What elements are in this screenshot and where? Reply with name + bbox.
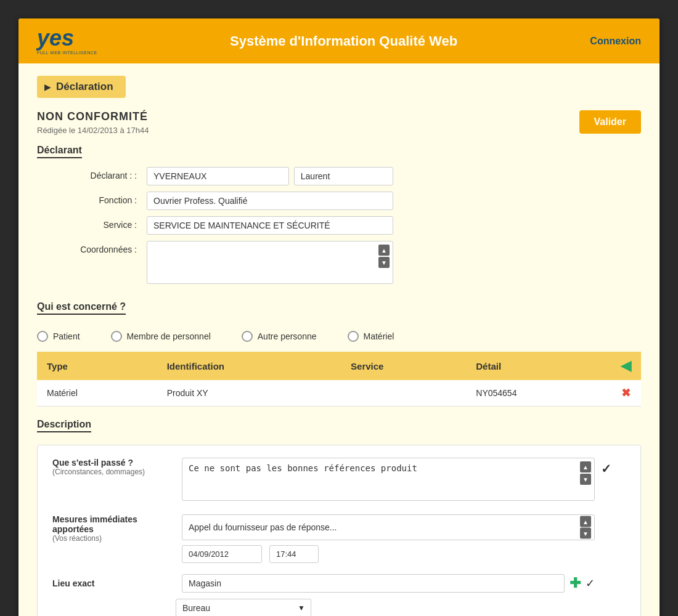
- mesure-arrows: ▲ ▼: [580, 516, 591, 539]
- app-wrapper: yes FULL WEB INTELLIGENCE Système d'Info…: [18, 18, 660, 616]
- declarant-nom-input[interactable]: [147, 167, 289, 185]
- textarea-down-btn[interactable]: ▼: [378, 257, 390, 268]
- mesures-input-wrapper: ▲ ▼: [182, 514, 595, 540]
- service-input[interactable]: [147, 216, 393, 235]
- row-delete[interactable]: ✖: [610, 380, 641, 407]
- declarant-label: Déclarant : :: [55, 167, 142, 185]
- radio-materiel[interactable]: Matériel: [348, 331, 394, 342]
- que-up-btn[interactable]: ▲: [580, 461, 591, 472]
- qui-section-title: Qui est concerné ?: [37, 301, 126, 315]
- col-detail: Détail: [466, 352, 610, 380]
- radio-membre-label: Membre de personnel: [127, 331, 211, 341]
- table-header-row: Type Identification Service Détail ◀: [37, 352, 641, 380]
- redige-text: Rédigée le 14/02/2013 à 17h44: [37, 126, 149, 135]
- non-conformite-title: NON CONFORMITÉ: [37, 110, 149, 123]
- bureau-select[interactable]: Bureau: [176, 599, 311, 616]
- radio-membre-circle: [111, 331, 122, 342]
- radio-patient[interactable]: Patient: [37, 331, 80, 342]
- radio-materiel-circle: [348, 331, 359, 342]
- connexion-link[interactable]: Connexion: [590, 36, 641, 47]
- description-title-wrapper: Description: [37, 419, 641, 441]
- mesures-time-input[interactable]: [269, 545, 319, 563]
- breadcrumb-arrow-icon: ▶: [44, 82, 51, 92]
- declarant-section: Déclarant Déclarant : : Fonction : Servi…: [37, 145, 641, 286]
- logo-area: yes FULL WEB INTELLIGENCE: [37, 27, 97, 55]
- coordonnees-label: Coordonnées :: [55, 241, 142, 286]
- radio-autre-circle: [242, 331, 253, 342]
- que-arrows: ▲ ▼: [580, 461, 591, 485]
- que-row: Que s'est-il passé ? (Circonstances, dom…: [52, 458, 626, 503]
- que-down-btn[interactable]: ▼: [580, 474, 591, 485]
- lieu-label: Lieu exact: [52, 578, 176, 588]
- coordonnees-textarea[interactable]: [147, 241, 393, 284]
- non-conformite-header: NON CONFORMITÉ Rédigée le 14/02/2013 à 1…: [37, 110, 641, 135]
- radio-autre[interactable]: Autre personne: [242, 331, 317, 342]
- radio-membre[interactable]: Membre de personnel: [111, 331, 211, 342]
- col-action: ◀: [610, 352, 641, 380]
- que-sublabel: (Circonstances, dommages): [52, 468, 176, 476]
- declarant-prenom-input[interactable]: [294, 167, 393, 185]
- logo-text: yes: [37, 27, 97, 49]
- fonction-input[interactable]: [147, 192, 393, 210]
- mesure-down-btn[interactable]: ▼: [580, 528, 591, 539]
- lieu-input-row: ✚ ✓: [182, 574, 595, 593]
- declarant-form: Déclarant : : Fonction : Service : Coord…: [55, 167, 450, 286]
- data-table: Type Identification Service Détail ◀ Mat…: [37, 352, 641, 407]
- row-identification: Produit XY: [157, 380, 341, 407]
- service-label: Service :: [55, 216, 142, 235]
- coordonnees-wrapper: ▲ ▼: [147, 241, 393, 286]
- table-row: Matériel Produit XY NY054654 ✖: [37, 380, 641, 407]
- que-label-wrapper: Que s'est-il passé ? (Circonstances, dom…: [52, 458, 176, 476]
- header: yes FULL WEB INTELLIGENCE Système d'Info…: [18, 18, 660, 63]
- lieu-section: Lieu exact ✚ ✓ Bureau: [52, 574, 626, 616]
- lieu-row: Lieu exact ✚ ✓: [52, 574, 626, 593]
- mesures-inputs: ▲ ▼: [182, 514, 595, 563]
- mesures-input[interactable]: [182, 514, 595, 540]
- declaration-breadcrumb[interactable]: ▶ Déclaration: [37, 76, 126, 98]
- breadcrumb-label: Déclaration: [56, 81, 113, 93]
- header-title: Système d'Information Qualité Web: [97, 33, 590, 49]
- col-type: Type: [37, 352, 157, 380]
- declarant-section-title: Déclarant: [37, 145, 82, 158]
- col-service: Service: [341, 352, 466, 380]
- mesures-row: Mesures immédiates apportées (Vos réacti…: [52, 514, 626, 563]
- radio-autre-label: Autre personne: [258, 331, 317, 341]
- delete-row-icon[interactable]: ✖: [621, 387, 631, 399]
- description-section-title: Description: [37, 419, 91, 432]
- mesure-up-btn[interactable]: ▲: [580, 516, 591, 527]
- mesures-date-row: [182, 545, 595, 563]
- textarea-up-btn[interactable]: ▲: [378, 245, 390, 256]
- logo-sub: FULL WEB INTELLIGENCE: [37, 51, 97, 55]
- que-textarea-wrapper: Ce ne sont pas les bonnes références pro…: [182, 458, 595, 503]
- add-row-icon[interactable]: ◀: [621, 358, 631, 373]
- row-service: [341, 380, 466, 407]
- radio-materiel-label: Matériel: [364, 331, 394, 341]
- lieu-input[interactable]: [182, 574, 565, 593]
- row-detail: NY054654: [466, 380, 610, 407]
- fonction-label: Fonction :: [55, 192, 142, 210]
- qui-section: Qui est concerné ? Patient Membre de per…: [37, 301, 641, 342]
- mesures-label-wrapper: Mesures immédiates apportées (Vos réacti…: [52, 514, 176, 543]
- table-section: Type Identification Service Détail ◀ Mat…: [37, 352, 641, 407]
- bureau-select-wrapper: Bureau: [176, 599, 311, 616]
- description-section: Que s'est-il passé ? (Circonstances, dom…: [37, 445, 641, 616]
- radio-group: Patient Membre de personnel Autre person…: [37, 331, 641, 342]
- radio-patient-circle: [37, 331, 48, 342]
- declarant-inputs: [147, 167, 393, 185]
- mesures-label: Mesures immédiates apportées: [52, 514, 176, 534]
- mesures-date-input[interactable]: [182, 545, 262, 563]
- que-label: Que s'est-il passé ?: [52, 458, 176, 468]
- lieu-add-icon[interactable]: ✚: [570, 575, 581, 591]
- main-content: ▶ Déclaration NON CONFORMITÉ Rédigée le …: [18, 63, 660, 616]
- valider-button[interactable]: Valider: [579, 110, 641, 134]
- textarea-arrows: ▲ ▼: [378, 245, 390, 268]
- que-textarea[interactable]: Ce ne sont pas les bonnes références pro…: [182, 458, 595, 501]
- que-check-icon: ✓: [601, 458, 626, 476]
- radio-patient-label: Patient: [53, 331, 80, 341]
- row-type: Matériel: [37, 380, 157, 407]
- lieu-check-icon: ✓: [586, 577, 595, 590]
- bureau-select-row: Bureau: [176, 599, 626, 616]
- col-identification: Identification: [157, 352, 341, 380]
- mesures-sublabel: (Vos réactions): [52, 534, 176, 543]
